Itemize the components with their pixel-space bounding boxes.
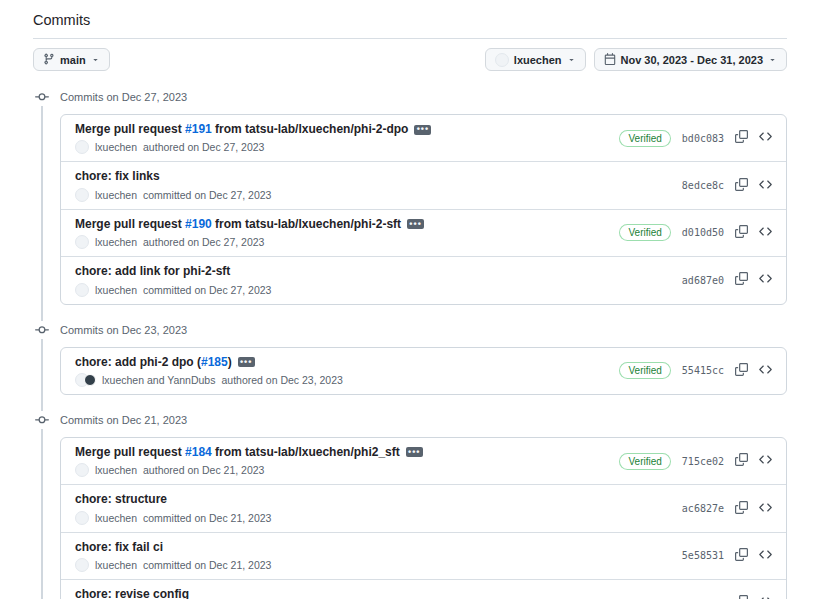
avatar-stack xyxy=(75,235,89,249)
commit-title-post: from tatsu-lab/lxuechen/phi-2-sft xyxy=(212,217,401,231)
copy-sha-button[interactable] xyxy=(735,595,748,599)
commit-main: Merge pull request #190 from tatsu-lab/l… xyxy=(75,217,424,249)
verified-badge[interactable]: Verified xyxy=(619,453,670,470)
copy-sha-button[interactable] xyxy=(735,130,748,146)
commit-title-pre: chore: structure xyxy=(75,492,167,506)
commit-author[interactable]: lxuechen xyxy=(95,284,137,296)
commit-author[interactable]: lxuechen xyxy=(95,189,137,201)
author-filter-button[interactable]: lxuechen xyxy=(485,48,586,71)
commit-meta: lxuechen committed on Dec 21, 2023 xyxy=(75,511,271,525)
avatar[interactable] xyxy=(75,188,89,202)
code-icon xyxy=(759,501,772,517)
commit-hash[interactable]: bd0c083 xyxy=(682,133,724,144)
branch-selector-button[interactable]: main xyxy=(33,48,110,71)
commit-hash[interactable]: 5e58531 xyxy=(682,550,724,561)
commit-title-pre: chore: add phi-2 dpo ( xyxy=(75,355,201,369)
ellipsis-icon[interactable] xyxy=(238,357,255,367)
browse-code-button[interactable] xyxy=(759,225,772,241)
commit-hash[interactable]: 8edce8c xyxy=(682,180,724,191)
copy-sha-button[interactable] xyxy=(735,548,748,564)
browse-code-button[interactable] xyxy=(759,178,772,194)
avatar[interactable] xyxy=(75,140,89,154)
commit-author[interactable]: lxuechen xyxy=(95,464,137,476)
commit-main: chore: fix fail ci lxuechen committed on… xyxy=(75,540,271,572)
group-header: Commits on Dec 27, 2023 xyxy=(33,86,787,114)
avatar[interactable] xyxy=(75,511,89,525)
commit-hash[interactable]: d010d50 xyxy=(682,227,724,238)
ellipsis-icon[interactable] xyxy=(406,447,423,457)
commit-main: chore: add phi-2 dpo (#185) lxuechen and… xyxy=(75,355,343,387)
commit-author[interactable]: lxuechen xyxy=(95,236,137,248)
copy-sha-button[interactable] xyxy=(735,453,748,469)
commit-side: Verified 55415cc xyxy=(607,362,772,379)
commit-row: chore: revise config lxuechen committed … xyxy=(61,580,786,599)
code-icon xyxy=(759,548,772,564)
ellipsis-icon[interactable] xyxy=(414,125,431,135)
commit-hash[interactable]: ac6827e xyxy=(682,503,724,514)
copy-sha-button[interactable] xyxy=(735,272,748,288)
commit-pr-link[interactable]: #184 xyxy=(185,445,212,459)
code-icon xyxy=(759,272,772,288)
commit-meta: lxuechen and YannDubs authored on Dec 23… xyxy=(75,373,343,387)
avatar[interactable] xyxy=(75,283,89,297)
avatar-secondary[interactable] xyxy=(84,374,96,386)
code-icon xyxy=(759,363,772,379)
commit-title-pre: chore: add link for phi-2-sft xyxy=(75,264,230,278)
copy-icon xyxy=(735,595,748,599)
copy-sha-button[interactable] xyxy=(735,225,748,241)
group-header: Commits on Dec 23, 2023 xyxy=(33,319,787,347)
browse-code-button[interactable] xyxy=(759,453,772,469)
verified-badge-label: Verified xyxy=(628,365,661,376)
browse-code-button[interactable] xyxy=(759,363,772,379)
commit-row: Merge pull request #184 from tatsu-lab/l… xyxy=(61,438,786,485)
avatar[interactable] xyxy=(75,235,89,249)
commit-author[interactable]: lxuechen xyxy=(95,559,137,571)
browse-code-button[interactable] xyxy=(759,548,772,564)
commit-main: Merge pull request #184 from tatsu-lab/l… xyxy=(75,445,423,477)
commit-title: Merge pull request #184 from tatsu-lab/l… xyxy=(75,445,423,459)
copy-sha-button[interactable] xyxy=(735,363,748,379)
copy-icon xyxy=(735,548,748,564)
code-icon xyxy=(759,595,772,599)
commit-row: chore: fix fail ci lxuechen committed on… xyxy=(61,533,786,580)
commit-title: Merge pull request #191 from tatsu-lab/l… xyxy=(75,122,431,136)
commit-meta: lxuechen committed on Dec 21, 2023 xyxy=(75,558,271,572)
copy-sha-button[interactable] xyxy=(735,178,748,194)
browse-code-button[interactable] xyxy=(759,501,772,517)
avatar[interactable] xyxy=(75,558,89,572)
copy-icon xyxy=(735,363,748,379)
commit-hash[interactable]: ad687e0 xyxy=(682,275,724,286)
commit-hash[interactable]: 55415cc xyxy=(682,365,724,376)
git-commit-icon xyxy=(33,411,51,429)
ellipsis-icon[interactable] xyxy=(407,219,424,229)
commit-title-pre: chore: revise config xyxy=(75,587,189,599)
browse-code-button[interactable] xyxy=(759,272,772,288)
commit-author[interactable]: lxuechen xyxy=(95,512,137,524)
commit-title-pre: Merge pull request xyxy=(75,445,185,459)
commit-pr-link[interactable]: #185 xyxy=(201,355,228,369)
commit-pr-link[interactable]: #190 xyxy=(185,217,212,231)
verified-badge[interactable]: Verified xyxy=(619,362,670,379)
commit-side: 19fcfa7 xyxy=(670,595,772,599)
commit-author[interactable]: lxuechen and YannDubs xyxy=(102,374,215,386)
commit-title-post: from tatsu-lab/lxuechen/phi2_sft xyxy=(212,445,400,459)
commit-author[interactable]: lxuechen xyxy=(95,141,137,153)
date-range-button[interactable]: Nov 30, 2023 - Dec 31, 2023 xyxy=(594,48,787,71)
commit-meta: lxuechen committed on Dec 27, 2023 xyxy=(75,188,271,202)
verified-badge[interactable]: Verified xyxy=(619,130,670,147)
commit-hash[interactable]: 715ce02 xyxy=(682,456,724,467)
commit-meta: lxuechen authored on Dec 21, 2023 xyxy=(75,463,423,477)
commit-row: chore: add phi-2 dpo (#185) lxuechen and… xyxy=(61,348,786,394)
branch-selector-label: main xyxy=(60,54,86,66)
avatar[interactable] xyxy=(75,463,89,477)
browse-code-button[interactable] xyxy=(759,595,772,599)
commit-row: chore: add link for phi-2-sft lxuechen c… xyxy=(61,257,786,303)
commit-pr-link[interactable]: #191 xyxy=(185,122,212,136)
avatar-stack xyxy=(75,463,89,477)
verified-badge[interactable]: Verified xyxy=(619,224,670,241)
browse-code-button[interactable] xyxy=(759,130,772,146)
avatar-stack xyxy=(75,140,89,154)
copy-sha-button[interactable] xyxy=(735,501,748,517)
commit-groups: Commits on Dec 27, 2023 Merge pull reque… xyxy=(33,86,787,599)
commit-meta: lxuechen authored on Dec 27, 2023 xyxy=(75,140,431,154)
